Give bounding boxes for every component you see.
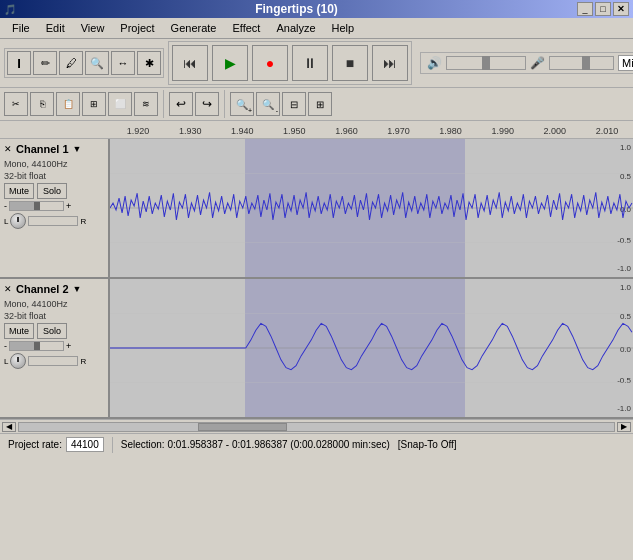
menu-view[interactable]: View bbox=[73, 20, 113, 36]
paste-button[interactable]: 📋 bbox=[56, 92, 80, 116]
volume-slider[interactable] bbox=[446, 56, 526, 70]
channel-2-mute-button[interactable]: Mute bbox=[4, 323, 34, 339]
channel-2-gain-slider[interactable] bbox=[9, 341, 64, 351]
status-bar: Project rate: 44100 Selection: 0:01.9583… bbox=[0, 433, 633, 455]
timeshift-tool-button[interactable]: ↔ bbox=[111, 51, 135, 75]
toolbar-row-2: ✂ ⎘ 📋 ⊞ ⬜ ≋ ↩ ↪ 🔍+ 🔍- ⊟ ⊞ bbox=[0, 88, 633, 121]
scroll-right-button[interactable]: ▶ bbox=[617, 422, 631, 432]
title-bar: 🎵 Fingertips (10) _ □ ✕ bbox=[0, 0, 633, 18]
menu-help[interactable]: Help bbox=[324, 20, 363, 36]
zoom-out-button[interactable]: 🔍- bbox=[256, 92, 280, 116]
channel-1-pan-l: L bbox=[4, 217, 8, 226]
status-divider bbox=[112, 437, 113, 453]
channel-1-arrow[interactable]: ▼ bbox=[73, 144, 82, 154]
channel-2-arrow[interactable]: ▼ bbox=[73, 284, 82, 294]
tool-section: I ✏ 🖊 🔍 ↔ ✱ bbox=[4, 48, 164, 78]
channel-1-pan-slider[interactable] bbox=[28, 216, 78, 226]
ruler-label-3: 1.950 bbox=[268, 126, 320, 136]
channel-1-info: ✕ Channel 1 ▼ Mono, 44100Hz 32-bit float… bbox=[0, 139, 110, 277]
silence-button[interactable]: ⬜ bbox=[108, 92, 132, 116]
channel-2-waveform[interactable]: 1.0 0.5 0.0 -0.5 -1.0 bbox=[110, 279, 633, 417]
channel-2-solo-button[interactable]: Solo bbox=[37, 323, 67, 339]
menu-file[interactable]: File bbox=[4, 20, 38, 36]
input-device-select[interactable]: Mic ▲▼ bbox=[618, 55, 633, 71]
channel-2-gain-plus: + bbox=[66, 341, 71, 351]
pause-button[interactable]: ⏸ bbox=[292, 45, 328, 81]
channel-2-pan-row: L R bbox=[4, 353, 104, 369]
timeline-ruler: 1.920 1.930 1.940 1.950 1.960 1.970 1.98… bbox=[0, 121, 633, 139]
channel-2-pan-slider[interactable] bbox=[28, 356, 78, 366]
cut-button[interactable]: ✂ bbox=[4, 92, 28, 116]
channel-1-solo-button[interactable]: Solo bbox=[37, 183, 67, 199]
channel-2-pan-knob[interactable] bbox=[10, 353, 26, 369]
mic-volume-icon: 🎤 bbox=[530, 56, 545, 70]
menu-generate[interactable]: Generate bbox=[163, 20, 225, 36]
ruler-label-7: 1.990 bbox=[477, 126, 529, 136]
title-bar-controls: _ □ ✕ bbox=[577, 2, 629, 16]
menu-effect[interactable]: Effect bbox=[224, 20, 268, 36]
snap-status: [Snap-To Off] bbox=[398, 439, 457, 450]
channel-1-name: Channel 1 bbox=[16, 143, 69, 155]
minimize-button[interactable]: _ bbox=[577, 2, 593, 16]
menu-analyze[interactable]: Analyze bbox=[268, 20, 323, 36]
channel-2-close[interactable]: ✕ bbox=[4, 284, 12, 294]
zoom-fit-button[interactable]: ⊞ bbox=[308, 92, 332, 116]
maximize-button[interactable]: □ bbox=[595, 2, 611, 16]
rewind-button[interactable]: ⏮ bbox=[172, 45, 208, 81]
channel-1-pan-knob[interactable] bbox=[10, 213, 26, 229]
channel-1-gain-minus: - bbox=[4, 201, 7, 211]
channel-2-name: Channel 2 bbox=[16, 283, 69, 295]
window-title: Fingertips (10) bbox=[16, 2, 577, 16]
channel-1-close[interactable]: ✕ bbox=[4, 144, 12, 154]
channel-area: ✕ Channel 1 ▼ Mono, 44100Hz 32-bit float… bbox=[0, 139, 633, 419]
ruler-labels: 1.920 1.930 1.940 1.950 1.960 1.970 1.98… bbox=[112, 126, 633, 136]
undo-button[interactable]: ↩ bbox=[169, 92, 193, 116]
channel-1-gain-plus: + bbox=[66, 201, 71, 211]
scroll-thumb[interactable] bbox=[198, 423, 287, 431]
stop-button[interactable]: ■ bbox=[332, 45, 368, 81]
trim-button[interactable]: ⊞ bbox=[82, 92, 106, 116]
ruler-label-0: 1.920 bbox=[112, 126, 164, 136]
channel-2-gain-row: - + bbox=[4, 341, 104, 351]
envelope-tool-button[interactable]: ✏ bbox=[33, 51, 57, 75]
menu-bar: File Edit View Project Generate Effect A… bbox=[0, 18, 633, 39]
ruler-label-9: 2.010 bbox=[581, 126, 633, 136]
multi-tool-button[interactable]: ✱ bbox=[137, 51, 161, 75]
scroll-track[interactable] bbox=[18, 422, 615, 432]
project-rate-value[interactable]: 44100 bbox=[66, 437, 104, 452]
channel-1-mute-button[interactable]: Mute bbox=[4, 183, 34, 199]
zoom-tool-button[interactable]: 🔍 bbox=[85, 51, 109, 75]
channel-1-row: ✕ Channel 1 ▼ Mono, 44100Hz 32-bit float… bbox=[0, 139, 633, 279]
channel-1-pan-r: R bbox=[80, 217, 86, 226]
channel-2-gain-minus: - bbox=[4, 341, 7, 351]
ruler-label-1: 1.930 bbox=[164, 126, 216, 136]
project-rate-label: Project rate: bbox=[8, 439, 62, 450]
record-button[interactable]: ● bbox=[252, 45, 288, 81]
zoom-in-button[interactable]: 🔍+ bbox=[230, 92, 254, 116]
zoom-selection-button[interactable]: ⊟ bbox=[282, 92, 306, 116]
project-rate-section: Project rate: 44100 bbox=[8, 437, 104, 452]
menu-edit[interactable]: Edit bbox=[38, 20, 73, 36]
mic-volume-slider[interactable] bbox=[549, 56, 614, 70]
channel-1-format: Mono, 44100Hz bbox=[4, 159, 104, 169]
channel-2-waveform-svg bbox=[110, 279, 633, 417]
speaker-icon: 🔊 bbox=[427, 56, 442, 70]
copy-button[interactable]: ⎘ bbox=[30, 92, 54, 116]
draw-tool-button[interactable]: 🖊 bbox=[59, 51, 83, 75]
redo-button[interactable]: ↪ bbox=[195, 92, 219, 116]
play-button[interactable]: ▶ bbox=[212, 45, 248, 81]
channel-2-info: ✕ Channel 2 ▼ Mono, 44100Hz 32-bit float… bbox=[0, 279, 110, 417]
input-device-label: Mic bbox=[622, 57, 633, 69]
fast-forward-button[interactable]: ⏭ bbox=[372, 45, 408, 81]
channel-1-waveform[interactable]: 1.0 0.5 0.0 -0.5 -1.0 bbox=[110, 139, 633, 277]
horizontal-scrollbar: ◀ ▶ bbox=[0, 419, 633, 433]
channel-1-gain-slider[interactable] bbox=[9, 201, 64, 211]
menu-project[interactable]: Project bbox=[112, 20, 162, 36]
scroll-left-button[interactable]: ◀ bbox=[2, 422, 16, 432]
select-tool-button[interactable]: I bbox=[7, 51, 31, 75]
toolbar-row-1: I ✏ 🖊 🔍 ↔ ✱ ⏮ ▶ ● ⏸ ■ ⏭ 🔊 🎤 Mic ▲▼ bbox=[0, 39, 633, 88]
close-button[interactable]: ✕ bbox=[613, 2, 629, 16]
ruler-label-4: 1.960 bbox=[320, 126, 372, 136]
waveform-view-button[interactable]: ≋ bbox=[134, 92, 158, 116]
ruler-label-5: 1.970 bbox=[372, 126, 424, 136]
